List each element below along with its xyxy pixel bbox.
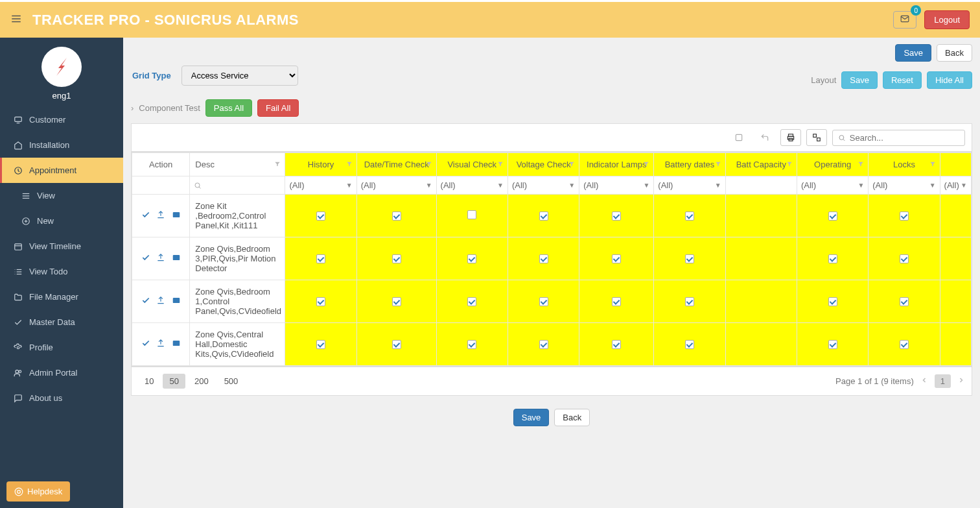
filter-dropdown[interactable]: (All)▼ <box>872 180 935 190</box>
filter-icon[interactable] <box>858 160 864 169</box>
checkbox[interactable] <box>467 297 476 306</box>
column-header[interactable]: Voltage Check <box>508 153 579 176</box>
fail-all-button[interactable]: Fail All <box>257 99 299 117</box>
checkbox[interactable] <box>392 254 401 263</box>
page-size-50[interactable]: 50 <box>163 374 185 389</box>
column-header[interactable]: Locks <box>869 153 940 176</box>
check-cell[interactable] <box>436 195 508 237</box>
checkbox[interactable] <box>467 254 476 263</box>
helpdesk-button[interactable]: Helpdesk <box>6 481 70 502</box>
column-header[interactable]: Battery dates <box>654 153 725 176</box>
upload-icon[interactable] <box>156 253 165 262</box>
checkbox[interactable] <box>316 297 325 306</box>
sidebar-item-customer[interactable]: Customer <box>0 107 123 132</box>
print-icon[interactable] <box>780 129 801 146</box>
save-button-top[interactable]: Save <box>895 44 931 62</box>
check-cell[interactable] <box>654 323 725 366</box>
check-cell[interactable] <box>797 237 868 280</box>
check-cell[interactable] <box>797 323 868 366</box>
filter-icon[interactable] <box>497 160 504 169</box>
column-header[interactable]: Date/Time Check <box>356 153 436 176</box>
check-cell[interactable] <box>797 195 868 237</box>
check-cell[interactable] <box>508 237 579 280</box>
export-icon[interactable] <box>806 129 827 146</box>
page-size-10[interactable]: 10 <box>138 374 160 389</box>
check-icon[interactable] <box>141 296 150 305</box>
check-cell[interactable] <box>356 280 436 323</box>
filter-dropdown[interactable]: (All)▼ <box>658 180 721 190</box>
checkbox[interactable] <box>539 340 548 349</box>
filter-cell[interactable]: (All)▼ <box>579 176 654 195</box>
check-cell[interactable] <box>285 280 356 323</box>
checkbox[interactable] <box>392 212 401 221</box>
check-cell[interactable] <box>579 323 654 366</box>
pager-current[interactable]: 1 <box>935 374 951 388</box>
check-cell[interactable] <box>508 195 579 237</box>
page-size-500[interactable]: 500 <box>218 374 245 389</box>
upload-icon[interactable] <box>156 339 165 348</box>
column-header[interactable]: Action <box>132 153 190 176</box>
checkbox[interactable] <box>612 340 621 349</box>
check-cell[interactable] <box>579 195 654 237</box>
sidebar-item-view-timeline[interactable]: View Timeline <box>0 234 123 259</box>
filter-icon[interactable] <box>346 160 353 169</box>
filter-dropdown[interactable]: (All)▼ <box>441 180 504 190</box>
layout-save-button[interactable]: Save <box>841 71 878 89</box>
check-cell[interactable] <box>356 195 436 237</box>
filter-icon[interactable] <box>426 160 432 169</box>
search-input[interactable] <box>850 133 959 143</box>
sidebar-item-master-data[interactable]: Master Data <box>0 309 123 335</box>
filter-cell[interactable]: (All)▼ <box>940 176 971 195</box>
check-cell[interactable] <box>508 323 579 366</box>
checkbox[interactable] <box>900 212 909 221</box>
column-header[interactable]: Indicator Lamps <box>579 153 654 176</box>
filter-cell[interactable]: (All)▼ <box>285 176 356 195</box>
checkbox[interactable] <box>612 297 621 306</box>
filter-dropdown[interactable]: (All)▼ <box>583 180 649 190</box>
filter-icon[interactable] <box>643 160 649 169</box>
gridtype-select[interactable]: Access Service <box>181 66 298 86</box>
check-cell[interactable] <box>869 195 940 237</box>
filter-icon[interactable] <box>274 160 281 169</box>
check-cell[interactable] <box>356 237 436 280</box>
check-cell[interactable] <box>285 237 356 280</box>
filter-cell[interactable]: (All)▼ <box>797 176 868 195</box>
check-cell[interactable] <box>869 323 940 366</box>
sidebar-item-view[interactable]: View <box>0 183 123 208</box>
check-cell[interactable] <box>869 280 940 323</box>
sidebar-item-about-us[interactable]: About us <box>0 385 123 411</box>
check-cell[interactable] <box>654 280 725 323</box>
check-icon[interactable] <box>141 210 150 219</box>
checkbox[interactable] <box>685 254 694 263</box>
checkbox[interactable] <box>828 212 837 221</box>
checkbox[interactable] <box>316 340 325 349</box>
checkbox[interactable] <box>612 254 621 263</box>
save-button-bottom[interactable]: Save <box>513 409 550 426</box>
column-header[interactable]: History <box>285 153 356 176</box>
sidebar-item-appointment[interactable]: Appointment <box>0 158 123 183</box>
check-cell[interactable] <box>436 323 508 366</box>
checkbox[interactable] <box>900 340 909 349</box>
checkbox[interactable] <box>685 212 694 221</box>
checkbox[interactable] <box>900 297 909 306</box>
sidebar-item-admin-portal[interactable]: Admin Portal <box>0 360 123 385</box>
image-icon[interactable] <box>172 339 181 348</box>
upload-icon[interactable] <box>156 210 165 219</box>
checkbox[interactable] <box>392 340 401 349</box>
check-cell[interactable] <box>508 280 579 323</box>
check-cell[interactable] <box>579 280 654 323</box>
checkbox[interactable] <box>900 254 909 263</box>
logout-button[interactable]: Logout <box>924 10 970 29</box>
column-header[interactable] <box>940 153 971 176</box>
checkbox[interactable] <box>467 340 476 349</box>
sidebar-item-installation[interactable]: Installation <box>0 132 123 158</box>
filter-dropdown[interactable]: (All)▼ <box>512 180 575 190</box>
checkbox[interactable] <box>685 297 694 306</box>
page-size-200[interactable]: 200 <box>188 374 215 389</box>
column-header[interactable]: Batt Capacity <box>725 153 797 176</box>
check-cell[interactable] <box>285 195 356 237</box>
check-cell[interactable] <box>869 237 940 280</box>
check-cell[interactable] <box>797 280 868 323</box>
checkbox[interactable] <box>828 340 837 349</box>
sidebar-item-view-todo[interactable]: View Todo <box>0 259 123 284</box>
